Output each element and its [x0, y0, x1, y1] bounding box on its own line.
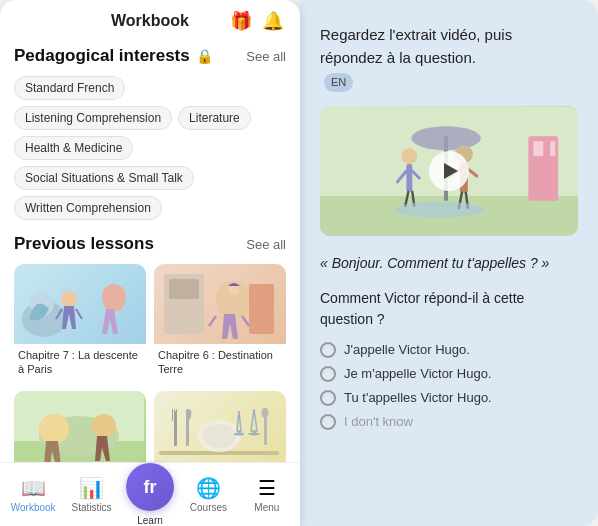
tag-standard-french[interactable]: Standard French — [14, 76, 125, 100]
radio-1[interactable] — [320, 342, 336, 358]
tag-literature[interactable]: Literature — [178, 106, 251, 130]
lang-badge: EN — [324, 73, 353, 92]
nav-menu[interactable]: ☰ Menu — [238, 470, 296, 519]
learn-circle: fr — [126, 463, 174, 511]
svg-point-24 — [248, 432, 260, 435]
nav-workbook-label: Workbook — [11, 502, 56, 513]
svg-point-26 — [262, 408, 269, 418]
gift-icon[interactable]: 🎁 — [230, 10, 252, 32]
svg-point-20 — [202, 424, 236, 448]
option-4[interactable]: I don't know — [320, 414, 578, 430]
nav-learn-label: Learn — [137, 515, 163, 526]
content-scroll: Pedagogical interests 🔒 See all Standard… — [0, 38, 300, 462]
svg-rect-17 — [176, 409, 177, 421]
play-triangle-icon — [444, 163, 458, 179]
lesson-illustration-2 — [154, 264, 284, 344]
option-text-2: Je m'appelle Victor Hugo. — [344, 366, 492, 381]
lesson-thumb-1 — [14, 264, 146, 344]
left-panel: Workbook 🎁 🔔 Pedagogical interests 🔒 See… — [0, 0, 300, 526]
svg-point-46 — [394, 201, 483, 217]
courses-icon: 🌐 — [196, 476, 221, 500]
svg-point-12 — [92, 414, 116, 438]
lesson-thumb-2 — [154, 264, 286, 344]
options-list: J'appelle Victor Hugo. Je m'appelle Vict… — [320, 342, 578, 430]
option-text-4: I don't know — [344, 414, 413, 429]
tag-health[interactable]: Health & Medicine — [14, 136, 133, 160]
lesson-label-2: Chapitre 6 : Destination Terre — [154, 344, 286, 383]
svg-point-22 — [234, 432, 244, 435]
nav-workbook[interactable]: 📖 Workbook — [4, 470, 62, 519]
option-2[interactable]: Je m'appelle Victor Hugo. — [320, 366, 578, 382]
svg-rect-16 — [174, 409, 175, 421]
nav-statistics-label: Statistics — [72, 502, 112, 513]
quote-text: « Bonjour. Comment tu t'appelles ? » — [320, 252, 578, 274]
bottom-nav: 📖 Workbook 📊 Statistics fr Learn 🌐 Cours… — [0, 462, 300, 526]
nav-courses-label: Courses — [190, 502, 227, 513]
svg-rect-32 — [406, 164, 412, 192]
workbook-icon: 📖 — [21, 476, 46, 500]
svg-rect-45 — [550, 141, 555, 156]
lesson-card-4[interactable] — [154, 391, 286, 462]
lessons-section-header: Previous lessons See all — [14, 234, 286, 254]
pedagogical-section-header: Pedagogical interests 🔒 See all — [14, 46, 286, 66]
lesson-illustration-4 — [154, 391, 284, 462]
bell-icon[interactable]: 🔔 — [262, 10, 284, 32]
lesson-illustration-1 — [14, 264, 144, 344]
lesson-label-1: Chapitre 7 : La descente à Paris — [14, 344, 146, 383]
svg-point-30 — [411, 126, 480, 150]
play-button[interactable] — [429, 151, 469, 191]
svg-rect-44 — [533, 141, 543, 156]
sub-question: Comment Victor répond-il à cette questio… — [320, 288, 578, 330]
menu-icon: ☰ — [258, 476, 276, 500]
svg-rect-18 — [186, 409, 189, 446]
page-title: Workbook — [111, 12, 189, 30]
svg-rect-15 — [172, 409, 173, 421]
lessons-grid: Chapitre 7 : La descente à Paris — [14, 264, 286, 462]
lessons-title: Previous lessons — [14, 234, 154, 254]
tags-container: Standard French Listening Comprehension … — [14, 76, 286, 220]
tag-written[interactable]: Written Comprehension — [14, 196, 162, 220]
lesson-thumb-4 — [154, 391, 286, 462]
pedagogical-title: Pedagogical interests 🔒 — [14, 46, 213, 66]
nav-courses[interactable]: 🌐 Courses — [179, 470, 237, 519]
svg-point-2 — [61, 291, 77, 307]
svg-rect-4 — [169, 279, 199, 299]
svg-rect-25 — [264, 415, 267, 445]
lesson-thumb-3 — [14, 391, 146, 462]
option-text-1: J'appelle Victor Hugo. — [344, 342, 470, 357]
lesson-card-3[interactable] — [14, 391, 146, 462]
lesson-card-1[interactable]: Chapitre 7 : La descente à Paris — [14, 264, 146, 383]
option-1[interactable]: J'appelle Victor Hugo. — [320, 342, 578, 358]
radio-3[interactable] — [320, 390, 336, 406]
header-icons: 🎁 🔔 — [230, 10, 284, 32]
svg-point-11 — [39, 414, 69, 444]
svg-rect-7 — [249, 284, 274, 334]
nav-learn[interactable]: fr Learn — [121, 457, 179, 526]
nav-menu-label: Menu — [254, 502, 279, 513]
right-panel: Regardez l'extrait vidéo, puis répondez … — [300, 0, 598, 526]
tag-social[interactable]: Social Situations & Small Talk — [14, 166, 194, 190]
question-prompt: Regardez l'extrait vidéo, puis répondez … — [320, 24, 578, 92]
radio-2[interactable] — [320, 366, 336, 382]
pedagogical-see-all[interactable]: See all — [246, 49, 286, 64]
lesson-card-2[interactable]: Chapitre 6 : Destination Terre — [154, 264, 286, 383]
lessons-see-all[interactable]: See all — [246, 237, 286, 252]
svg-point-31 — [401, 148, 417, 164]
statistics-icon: 📊 — [79, 476, 104, 500]
video-thumbnail[interactable] — [320, 106, 578, 236]
lock-icon: 🔒 — [196, 48, 213, 64]
lesson-illustration-3 — [14, 391, 144, 462]
header: Workbook 🎁 🔔 — [0, 0, 300, 38]
tag-listening[interactable]: Listening Comprehension — [14, 106, 172, 130]
option-3[interactable]: Tu t'appelles Victor Hugo. — [320, 390, 578, 406]
option-text-3: Tu t'appelles Victor Hugo. — [344, 390, 492, 405]
radio-4[interactable] — [320, 414, 336, 430]
nav-statistics[interactable]: 📊 Statistics — [62, 470, 120, 519]
